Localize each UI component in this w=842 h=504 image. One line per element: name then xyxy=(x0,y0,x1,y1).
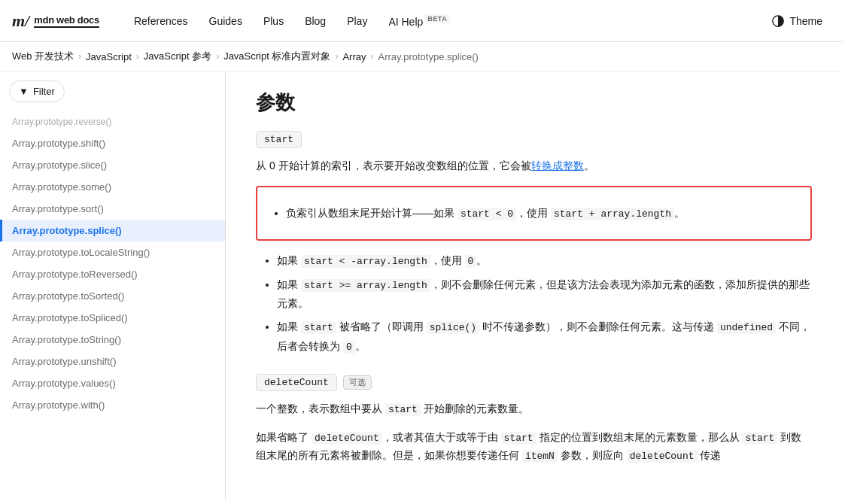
breadcrumb-js[interactable]: JavaScript xyxy=(86,51,132,62)
logo-text: mdn web docs xyxy=(34,14,99,28)
param-deletecount-desc1: 一个整数，表示数组中要从 start 开始删除的元素数量。 xyxy=(256,400,812,418)
bullet-2: 如果 start >= array.length，则不会删除任何元素，但是该方法… xyxy=(277,275,812,314)
breadcrumb-js-builtin[interactable]: JavaScript 标准内置对象 xyxy=(223,50,330,63)
filter-icon: ▼ xyxy=(19,86,29,97)
sidebar-item[interactable]: Array.prototype.shift() xyxy=(0,132,225,154)
breadcrumb-sep-4: › xyxy=(335,51,338,62)
nav-guides[interactable]: Guides xyxy=(199,9,253,33)
param-deletecount: deleteCount 可选 一个整数，表示数组中要从 start 开始删除的元… xyxy=(256,374,812,465)
sidebar-item[interactable]: Array.prototype.unshift() xyxy=(0,351,225,372)
sidebar-item[interactable]: Array.prototype.slice() xyxy=(0,154,225,176)
sidebar-item[interactable]: Array.prototype.toString() xyxy=(0,329,225,351)
param-name-start: start xyxy=(256,131,302,148)
breadcrumb-sep-5: › xyxy=(371,51,374,62)
sidebar-item[interactable]: Array.prototype.some() xyxy=(0,176,225,198)
param-name-deletecount-row: deleteCount 可选 xyxy=(256,374,812,391)
sidebar-item[interactable]: Array.prototype.toLocaleString() xyxy=(0,241,225,263)
highlighted-list: 负索引从数组末尾开始计算——如果 start < 0，使用 start + ar… xyxy=(271,204,797,223)
theme-button[interactable]: Theme xyxy=(764,10,830,32)
logo-m-icon: m/ xyxy=(12,11,29,31)
highlight-item: 负索引从数组末尾开始计算——如果 start < 0，使用 start + ar… xyxy=(286,204,797,223)
param-deletecount-desc2: 如果省略了 deleteCount，或者其值大于或等于由 start 指定的位置… xyxy=(256,429,812,465)
highlighted-box: 负索引从数组末尾开始计算——如果 start < 0，使用 start + ar… xyxy=(256,186,812,241)
sidebar: ▼ Filter Array.prototype.reverse() Array… xyxy=(0,71,226,500)
logo-area[interactable]: m/ mdn web docs xyxy=(12,11,99,31)
breadcrumb-web[interactable]: Web 开发技术 xyxy=(12,50,74,63)
optional-badge: 可选 xyxy=(343,375,372,390)
start-bullet-list: 如果 start < -array.length，使用 0。 如果 start … xyxy=(256,251,812,356)
convert-to-int-link[interactable]: 转换成整数 xyxy=(531,159,584,172)
nav-links: References Guides Plus Blog Play AI Help… xyxy=(123,8,746,34)
theme-icon xyxy=(771,14,785,28)
param-start: start 从 0 开始计算的索引，表示要开始改变数组的位置，它会被转换成整数。… xyxy=(256,131,812,356)
main-layout: ▼ Filter Array.prototype.reverse() Array… xyxy=(0,71,842,500)
breadcrumb-sep-2: › xyxy=(136,51,139,62)
breadcrumb-sep-1: › xyxy=(78,51,81,62)
filter-button[interactable]: ▼ Filter xyxy=(9,80,65,102)
filter-label: Filter xyxy=(33,86,55,97)
nav-references[interactable]: References xyxy=(123,9,199,33)
sidebar-item-active[interactable]: Array.prototype.splice() xyxy=(0,220,225,241)
bullet-1: 如果 start < -array.length，使用 0。 xyxy=(277,251,812,270)
nav-ai-help[interactable]: AI HelpBETA xyxy=(378,8,461,34)
param-start-desc: 从 0 开始计算的索引，表示要开始改变数组的位置，它会被转换成整数。 xyxy=(256,157,812,175)
top-nav: m/ mdn web docs References Guides Plus B… xyxy=(0,0,842,42)
bullet-3: 如果 start 被省略了（即调用 splice() 时不传递参数），则不会删除… xyxy=(277,317,812,356)
sidebar-item[interactable]: Array.prototype.values() xyxy=(0,372,225,394)
breadcrumb-current: Array.prototype.splice() xyxy=(378,51,479,62)
breadcrumb-js-ref[interactable]: JavaScript 参考 xyxy=(144,50,211,63)
sidebar-item[interactable]: Array.prototype.toSorted() xyxy=(0,285,225,307)
sidebar-item[interactable]: Array.prototype.sort() xyxy=(0,198,225,220)
theme-label: Theme xyxy=(789,15,822,27)
nav-blog[interactable]: Blog xyxy=(294,9,336,33)
sidebar-item[interactable]: Array.prototype.with() xyxy=(0,394,225,416)
beta-badge: BETA xyxy=(424,14,450,23)
nav-plus[interactable]: Plus xyxy=(253,9,294,33)
sidebar-item[interactable]: Array.prototype.toReversed() xyxy=(0,263,225,285)
nav-play[interactable]: Play xyxy=(336,9,378,33)
breadcrumb: Web 开发技术 › JavaScript › JavaScript 参考 › … xyxy=(0,42,842,71)
breadcrumb-sep-3: › xyxy=(216,51,219,62)
breadcrumb-array[interactable]: Array xyxy=(342,51,366,62)
sidebar-item[interactable]: Array.prototype.toSpliced() xyxy=(0,307,225,329)
section-title: 参数 xyxy=(256,90,812,116)
sidebar-item[interactable]: Array.prototype.reverse() xyxy=(0,111,225,132)
param-name-deletecount: deleteCount xyxy=(256,374,337,391)
content-area: 参数 start 从 0 开始计算的索引，表示要开始改变数组的位置，它会被转换成… xyxy=(226,71,842,500)
